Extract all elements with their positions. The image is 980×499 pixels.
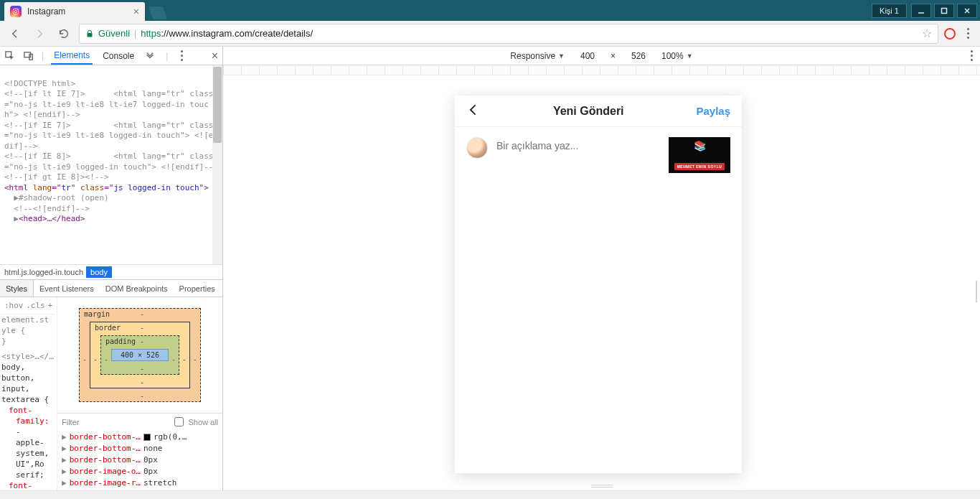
browser-tab[interactable]: Instagram × (4, 2, 145, 21)
devtools-panel: | Elements Console | × <!DOCTYPE html> <… (0, 47, 223, 490)
tab-close-icon[interactable]: × (133, 6, 139, 17)
viewport-menu-icon[interactable] (971, 50, 973, 61)
devtools-subtabs: Styles Event Listeners DOM Breakpoints P… (0, 280, 222, 297)
breadcrumb-item[interactable]: html.js.logged-in.touch (4, 268, 83, 276)
computed-filter-row: Filter Show all (57, 413, 222, 430)
maximize-button[interactable] (934, 4, 954, 18)
instagram-mobile-frame: Yeni Gönderi Paylaş 📚 MEHMET EMIN SOYLU (455, 95, 742, 473)
box-model-content: 400 × 526 (111, 349, 169, 361)
tab-console[interactable]: Console (100, 47, 137, 65)
tab-title: Instagram (27, 6, 128, 17)
extension-icon[interactable] (944, 28, 956, 39)
dom-tree[interactable]: <!DOCTYPE html> <!--[if lt IE 7]> <html … (0, 65, 222, 264)
scrollbar[interactable] (212, 65, 222, 264)
resize-handle-right[interactable] (976, 281, 980, 302)
show-all-label: Show all (188, 418, 218, 426)
ig-compose-row: 📚 MEHMET EMIN SOYLU (455, 127, 742, 183)
svg-rect-4 (942, 8, 947, 13)
breadcrumb: html.js.logged-in.touch body (0, 264, 222, 280)
address-bar[interactable]: Güvenli | https://www.instagram.com/crea… (79, 24, 938, 44)
instagram-icon (10, 6, 22, 17)
subtab-event-listeners[interactable]: Event Listeners (34, 280, 100, 297)
secure-label: Güvenli (98, 28, 130, 39)
tab-elements[interactable]: Elements (51, 47, 93, 65)
dimension-separator: × (611, 51, 616, 61)
new-tab-button[interactable] (149, 6, 168, 19)
devtools-close-icon[interactable]: × (212, 50, 218, 62)
resize-handle-bottom[interactable] (591, 485, 613, 488)
browser-menu-icon[interactable] (961, 28, 974, 39)
styles-source-pane[interactable]: :hov .cls + element.st yle { } <style>…<… (0, 297, 57, 490)
window-titlebar: Instagram × Kişi 1 (0, 0, 980, 21)
minimize-button[interactable] (911, 4, 931, 18)
browser-tabstrip: Instagram × (0, 0, 165, 21)
browser-toolbar: Güvenli | https://www.instagram.com/crea… (0, 21, 980, 47)
avatar (466, 137, 488, 159)
thumbnail-text: MEHMET EMIN SOYLU (674, 163, 725, 170)
more-tabs-icon[interactable] (144, 50, 156, 62)
svg-point-2 (17, 9, 18, 10)
ig-header: Yeni Gönderi Paylaş (455, 95, 742, 127)
back-icon[interactable] (466, 103, 481, 119)
window-controls: Kişi 1 (872, 0, 980, 21)
thumbnail-graphic: 📚 (694, 140, 706, 151)
add-rule-icon[interactable]: + (47, 300, 52, 311)
show-all-checkbox[interactable] (174, 417, 184, 426)
computed-row[interactable]: ▶border-image-o… 0px (62, 466, 218, 477)
subtab-dom-breakpoints[interactable]: DOM Breakpoints (100, 280, 174, 297)
height-input[interactable] (623, 50, 654, 62)
cls-toggle[interactable]: .cls (26, 300, 45, 311)
url-text: https://www.instagram.com/create/details… (141, 28, 313, 39)
post-thumbnail[interactable]: 📚 MEHMET EMIN SOYLU (669, 137, 730, 173)
svg-rect-0 (13, 9, 19, 14)
breadcrumb-item-selected[interactable]: body (86, 266, 112, 278)
device-canvas: Yeni Gönderi Paylaş 📚 MEHMET EMIN SOYLU (223, 75, 980, 490)
devtools-tabs: | Elements Console | × (0, 47, 222, 65)
separator: | (134, 29, 136, 39)
zoom-dropdown[interactable]: 100%▼ (661, 51, 693, 61)
caption-input[interactable] (496, 137, 660, 151)
back-button[interactable] (6, 24, 24, 43)
device-toggle-icon[interactable] (23, 50, 34, 62)
profile-button[interactable]: Kişi 1 (872, 4, 907, 18)
ruler (223, 65, 980, 75)
computed-row[interactable]: ▶border-image-r… stretch (62, 477, 218, 489)
lock-icon (85, 29, 94, 38)
inspect-icon[interactable] (4, 50, 16, 62)
computed-properties[interactable]: ▶border-bottom-… rgb(0,…▶border-bottom-…… (57, 430, 222, 490)
devtools-menu-icon[interactable] (175, 50, 188, 61)
device-dropdown[interactable]: Responsive▼ (510, 51, 565, 61)
computed-row[interactable]: ▶border-bottom-… rgb(0,… (62, 432, 218, 443)
subtab-properties[interactable]: Properties (174, 280, 221, 297)
bookmark-star-icon[interactable]: ☆ (922, 27, 932, 40)
box-model: margin - - - - border - - - - (57, 297, 222, 413)
share-button[interactable]: Paylaş (696, 105, 730, 117)
subtab-styles[interactable]: Styles (0, 280, 34, 297)
reload-button[interactable] (55, 24, 73, 43)
forward-button[interactable] (30, 24, 49, 43)
width-input[interactable] (572, 50, 603, 62)
responsive-viewport: Responsive▼ × 100%▼ Yeni Gönderi Paylaş (223, 47, 980, 490)
computed-row[interactable]: ▶border-bottom-… none (62, 443, 218, 454)
status-bar (0, 490, 980, 499)
hov-toggle[interactable]: :hov (4, 300, 24, 311)
svg-point-1 (14, 10, 17, 12)
close-button[interactable] (957, 4, 977, 18)
computed-row[interactable]: ▶border-bottom-… 0px (62, 454, 218, 466)
viewport-toolbar: Responsive▼ × 100%▼ (223, 47, 980, 65)
page-title: Yeni Gönderi (553, 105, 624, 118)
filter-input[interactable]: Filter (62, 418, 79, 426)
